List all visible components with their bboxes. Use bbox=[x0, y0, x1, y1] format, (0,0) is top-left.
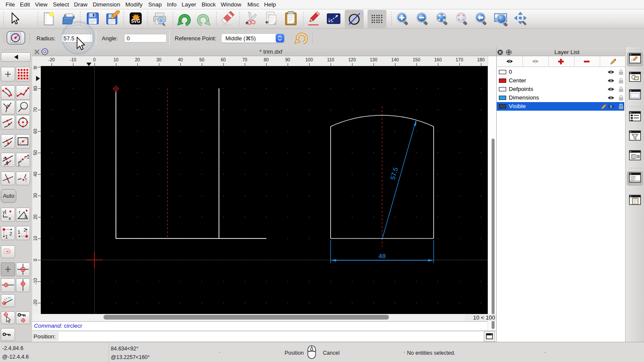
svg-text:!: ! bbox=[25, 177, 27, 182]
svg-text:1: 1 bbox=[5, 234, 8, 239]
svg-text:r: r bbox=[19, 210, 21, 214]
svg-text:a: a bbox=[24, 214, 27, 219]
svg-text:1: 1 bbox=[18, 162, 20, 167]
svg-text:48: 48 bbox=[379, 252, 386, 259]
svg-text:SVG: SVG bbox=[131, 19, 140, 24]
svg-text:2: 2 bbox=[9, 231, 12, 236]
svg-text:1: 1 bbox=[18, 229, 20, 235]
svg-text:y: y bbox=[3, 209, 5, 214]
svg-text:2: 2 bbox=[24, 227, 26, 232]
svg-text:x: x bbox=[9, 216, 11, 221]
